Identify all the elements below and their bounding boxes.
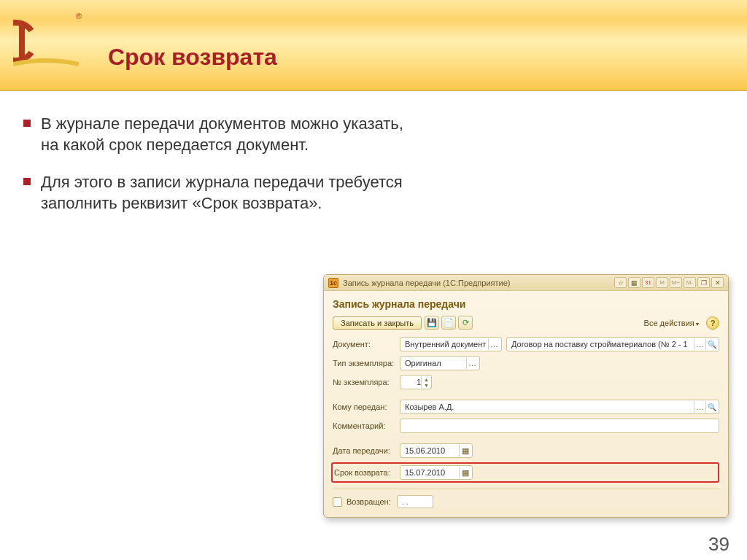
copy-num-field[interactable]: 1 ▲ ▼: [400, 375, 432, 389]
copy-num-label: № экземпляра:: [333, 378, 400, 386]
returned-date-field[interactable]: . .: [397, 495, 433, 508]
mem-m-button[interactable]: M: [656, 277, 668, 288]
calendar-icon[interactable]: 31: [642, 277, 654, 288]
document-name-field[interactable]: Договор на поставку стройматериалов (№ 2…: [506, 337, 719, 351]
app-icon-1c: 1c: [328, 278, 338, 288]
return-date-field[interactable]: 15.07.2010 ▦: [400, 465, 473, 480]
open-icon[interactable]: [705, 401, 717, 413]
logo-1c: ®: [13, 16, 79, 67]
all-actions-menu[interactable]: Все действия: [644, 319, 699, 327]
lookup-icon[interactable]: [694, 338, 705, 350]
open-icon[interactable]: [705, 338, 717, 350]
comment-field[interactable]: [400, 419, 719, 433]
copy-type-label: Тип экземпляра:: [333, 359, 400, 368]
save-icon[interactable]: 💾: [425, 316, 439, 330]
window-title: Запись журнала передачи (1С:Предприятие): [343, 279, 510, 287]
page-number: 39: [708, 533, 729, 556]
given-to-label: Кому передан:: [333, 402, 400, 411]
calendar-icon[interactable]: ▦: [459, 467, 471, 478]
save-and-close-button[interactable]: Записать и закрыть: [333, 316, 422, 330]
returned-label: Возвращен:: [347, 497, 391, 506]
lookup-icon[interactable]: [466, 357, 478, 369]
slide-header: ® Срок возврата: [0, 0, 747, 91]
calc-icon[interactable]: ▦: [628, 277, 640, 288]
mem-mplus-button[interactable]: M+: [670, 277, 682, 288]
refresh-icon[interactable]: ⟳: [458, 316, 473, 330]
spinner-up-icon[interactable]: ▲: [421, 376, 431, 382]
favorite-icon[interactable]: ☆: [614, 277, 627, 288]
copy-type-field[interactable]: Оригинал: [400, 356, 480, 370]
form-toolbar: Записать и закрыть 💾 📄 ⟳ Все действия ?: [333, 316, 719, 330]
given-to-field[interactable]: Козырев А.Д.: [400, 400, 719, 414]
mem-mminus-button[interactable]: M-: [684, 277, 696, 288]
document-type-field[interactable]: Внутренний документ: [400, 337, 502, 351]
calendar-icon[interactable]: ▦: [459, 445, 471, 456]
help-button[interactable]: ?: [706, 316, 719, 330]
form-title: Запись журнала передачи: [333, 298, 719, 310]
transfer-date-label: Дата передачи:: [333, 446, 400, 455]
app-window: 1c Запись журнала передачи (1С:Предприят…: [323, 274, 729, 518]
document-label: Документ:: [333, 340, 400, 349]
bullet-list: В журнале передачи документов можно указ…: [22, 113, 416, 214]
lookup-icon[interactable]: [488, 338, 500, 350]
return-date-label: Срок возврата:: [334, 468, 400, 477]
window-restore-button[interactable]: ❐: [697, 277, 710, 288]
comment-label: Комментарий:: [333, 421, 400, 430]
window-titlebar[interactable]: 1c Запись журнала передачи (1С:Предприят…: [324, 275, 728, 291]
lookup-icon[interactable]: [694, 401, 705, 413]
bullet-item: Для этого в записи журнала передачи треб…: [22, 171, 416, 214]
spinner-down-icon[interactable]: ▼: [421, 382, 431, 388]
window-close-button[interactable]: ✕: [711, 277, 724, 288]
transfer-date-field[interactable]: 15.06.2010 ▦: [400, 443, 473, 458]
bullet-item: В журнале передачи документов можно указ…: [22, 113, 416, 155]
report-icon[interactable]: 📄: [441, 316, 456, 330]
slide-title: Срок возврата: [108, 44, 277, 71]
return-date-row-highlight: Срок возврата: 15.07.2010 ▦: [331, 462, 719, 483]
separator: [333, 489, 719, 489]
returned-checkbox[interactable]: [333, 497, 342, 507]
